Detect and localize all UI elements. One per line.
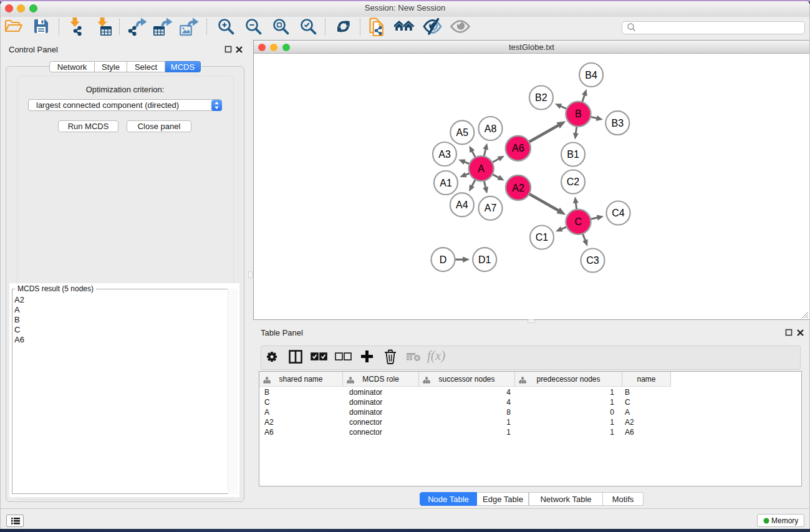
svg-text:A2: A2 — [512, 183, 524, 193]
svg-text:B: B — [575, 109, 582, 119]
svg-text:B4: B4 — [585, 70, 597, 80]
svg-text:B1: B1 — [567, 149, 579, 160]
svg-text:A: A — [478, 163, 485, 174]
svg-text:A8: A8 — [485, 123, 497, 134]
svg-text:A3: A3 — [438, 149, 451, 160]
svg-text:C1: C1 — [536, 232, 549, 243]
svg-text:C3: C3 — [586, 255, 599, 266]
svg-text:B2: B2 — [535, 92, 547, 103]
svg-text:A5: A5 — [456, 127, 469, 138]
svg-text:C2: C2 — [567, 177, 580, 187]
svg-text:A1: A1 — [440, 178, 452, 188]
svg-text:D: D — [440, 254, 447, 265]
svg-text:D1: D1 — [478, 254, 491, 265]
svg-text:C4: C4 — [612, 208, 625, 218]
svg-text:A7: A7 — [485, 203, 497, 213]
svg-text:C: C — [575, 216, 582, 227]
svg-text:B3: B3 — [612, 118, 624, 128]
svg-text:A6: A6 — [512, 143, 524, 153]
svg-text:A4: A4 — [456, 200, 468, 210]
